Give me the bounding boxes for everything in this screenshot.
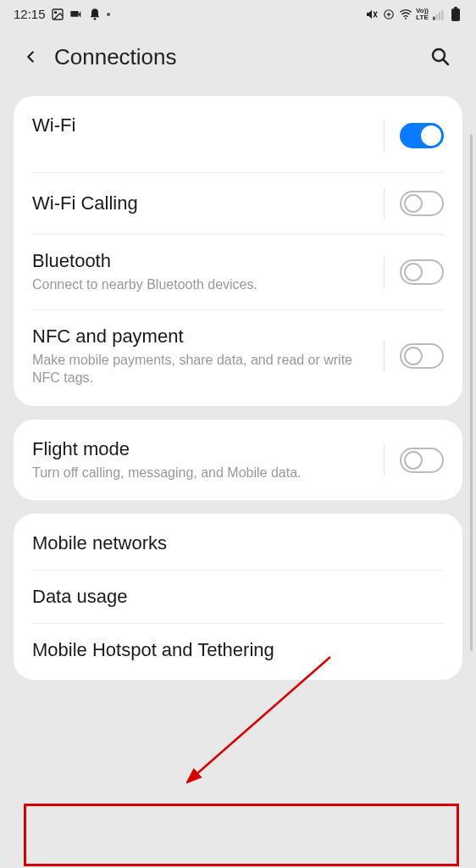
image-icon: [51, 8, 64, 21]
row-title: Data usage: [32, 586, 444, 608]
wifi-calling-toggle[interactable]: [400, 191, 444, 216]
search-button[interactable]: [425, 42, 456, 72]
mobile-networks-row[interactable]: Mobile networks: [14, 517, 462, 570]
mute-icon: [365, 8, 379, 21]
toggle-container: [384, 445, 444, 476]
data-usage-row[interactable]: Data usage: [14, 570, 462, 623]
toggle-container: [384, 341, 444, 371]
header: Connections: [0, 25, 476, 96]
row-title: Wi-Fi Calling: [32, 192, 384, 214]
svg-rect-14: [451, 8, 460, 21]
row-title: Mobile networks: [32, 532, 444, 554]
svg-point-9: [405, 17, 407, 19]
annotation-highlight-box: [24, 804, 459, 866]
settings-group: Wi-Fi Wi-Fi Calling Bluetooth Connect to…: [14, 96, 462, 406]
bluetooth-row[interactable]: Bluetooth Connect to nearby Bluetooth de…: [14, 235, 462, 309]
svg-rect-15: [454, 7, 457, 8]
svg-rect-10: [433, 16, 434, 19]
search-icon: [430, 47, 451, 67]
row-title: Mobile Hotspot and Tethering: [32, 639, 444, 661]
voicemail-icon: [69, 8, 83, 21]
toggle-container: [384, 188, 444, 219]
settings-group: Flight mode Turn off calling, messaging,…: [14, 420, 462, 501]
row-subtitle: Make mobile payments, share data, and re…: [32, 351, 384, 387]
row-title: Bluetooth: [32, 250, 384, 272]
back-button[interactable]: [15, 42, 46, 72]
dnd-icon: [88, 8, 102, 21]
scroll-indicator[interactable]: [470, 134, 473, 651]
wifi-calling-row[interactable]: Wi-Fi Calling: [14, 173, 462, 234]
flight-mode-row[interactable]: Flight mode Turn off calling, messaging,…: [14, 423, 462, 498]
svg-point-1: [54, 11, 56, 13]
wifi-row[interactable]: Wi-Fi: [14, 99, 462, 172]
toggle-container: [384, 257, 444, 287]
hotspot-tethering-row[interactable]: Mobile Hotspot and Tethering: [14, 624, 462, 680]
row-title: NFC and payment: [32, 326, 384, 348]
more-indicator: •: [107, 7, 111, 21]
status-bar: 12:15 • Vo))LTE: [0, 0, 476, 25]
row-title: Wi-Fi: [32, 114, 384, 136]
signal-icon: [432, 8, 446, 21]
bluetooth-toggle[interactable]: [400, 259, 444, 285]
status-time: 12:15: [14, 7, 46, 21]
wifi-icon: [399, 8, 412, 21]
toggle-container: [384, 120, 444, 151]
volte-icon: Vo))LTE: [416, 8, 429, 21]
nfc-toggle[interactable]: [400, 343, 444, 369]
row-subtitle: Connect to nearby Bluetooth devices.: [32, 275, 384, 294]
flight-mode-toggle[interactable]: [400, 448, 444, 473]
svg-rect-13: [441, 9, 443, 19]
wifi-toggle[interactable]: [400, 123, 444, 148]
page-title: Connections: [54, 44, 425, 70]
row-subtitle: Turn off calling, messaging, and Mobile …: [32, 464, 384, 482]
chevron-left-icon: [21, 47, 40, 66]
nfc-row[interactable]: NFC and payment Make mobile payments, sh…: [14, 310, 462, 403]
row-title: Flight mode: [32, 438, 384, 460]
svg-rect-12: [439, 12, 440, 19]
settings-group: Mobile networks Data usage Mobile Hotspo…: [14, 514, 462, 680]
svg-line-17: [443, 59, 448, 64]
svg-rect-11: [436, 14, 438, 20]
svg-point-3: [93, 18, 96, 20]
svg-rect-2: [70, 11, 78, 17]
data-saver-icon: [382, 8, 396, 21]
battery-icon: [449, 8, 462, 21]
